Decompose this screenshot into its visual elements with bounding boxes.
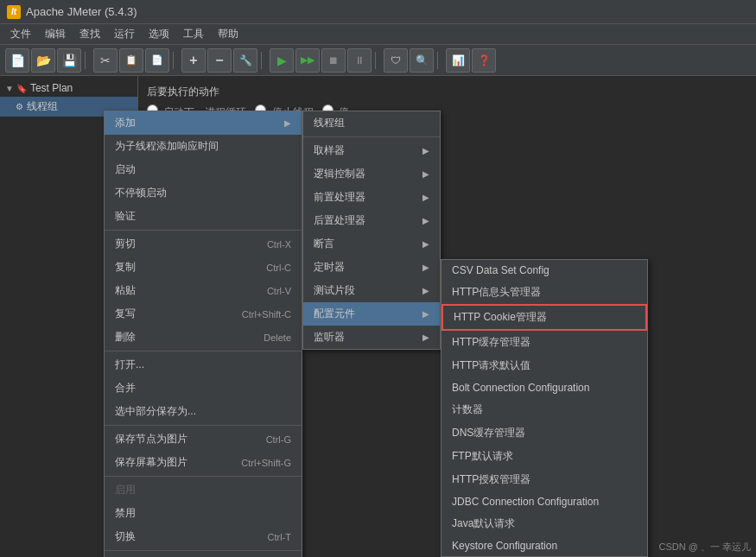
ctx-sep4 [105, 476, 302, 477]
ctx-add-test-fragment[interactable]: 测试片段 ▶ [303, 279, 440, 302]
ctx-add-assertion[interactable]: 断言 ▶ [303, 232, 440, 256]
ctx-add[interactable]: 添加 ▶ [105, 111, 302, 135]
ctx-cut[interactable]: 剪切 Ctrl-X [105, 232, 302, 256]
ctx-jdbc-connection[interactable]: JDBC Connection Configuration [442, 491, 647, 512]
ctx-sep1 [105, 230, 302, 231]
ctx-sep2 [105, 351, 302, 351]
ctx-add-config-element[interactable]: 配置元件 ▶ [303, 302, 440, 326]
toolbar-shutdown[interactable]: ⏸ [347, 48, 372, 73]
tree-item-testplan[interactable]: ▼ 🔖 Test Plan [0, 79, 137, 97]
ctx-add-post-processor[interactable]: 后置处理器 ▶ [303, 209, 440, 232]
title-bar: It Apache JMeter (5.4.3) [0, 0, 756, 24]
menu-tools[interactable]: 工具 [176, 25, 211, 43]
toolbar-open[interactable]: 📂 [31, 48, 55, 73]
ctx-add-sampler[interactable]: 取样器 ▶ [303, 139, 440, 162]
context-menu-config-element: CSV Data Set Config HTTP信息头管理器 HTTP Cook… [441, 259, 648, 557]
ctx-add-timer[interactable]: 定时器 ▶ [303, 256, 440, 279]
toolbar-cut[interactable]: ✂ [93, 48, 118, 73]
testplan-icon: 🔖 [16, 84, 27, 93]
toolbar-copy[interactable]: 📋 [119, 48, 143, 73]
threadgroup-icon: ⚙ [16, 102, 23, 111]
toolbar-sep5 [437, 52, 442, 69]
context-menu-add: 线程组 取样器 ▶ 逻辑控制器 ▶ 前置处理器 ▶ 后置处理器 ▶ 断言 ▶ 定… [302, 111, 441, 350]
ctx-http-header-manager[interactable]: HTTP信息头管理器 [442, 281, 647, 304]
toolbar-sep1 [85, 52, 90, 69]
toolbar-help[interactable]: ❓ [472, 48, 496, 73]
menu-edit[interactable]: 编辑 [38, 25, 73, 43]
ctx-sep3 [105, 425, 302, 426]
ctx-start-no-pause[interactable]: 不停顿启动 [105, 181, 302, 205]
ctx-add-pre-processor[interactable]: 前置处理器 ▶ [303, 186, 440, 209]
tree-arrow-testplan: ▼ [5, 84, 14, 93]
ctx-keystore-config[interactable]: Keystore Configuration [442, 535, 647, 556]
ctx-help[interactable]: 帮助 [105, 553, 302, 557]
ctx-http-cookie-manager[interactable]: HTTP Cookie管理器 [442, 304, 647, 331]
action-label: 后要执行的动作 [147, 85, 747, 99]
ctx-ftp-defaults[interactable]: FTP默认请求 [442, 445, 647, 468]
toolbar-search[interactable]: 🔍 [410, 48, 434, 73]
toolbar-save[interactable]: 💾 [57, 48, 81, 73]
ctx-http-auth-manager[interactable]: HTTP授权管理器 [442, 468, 647, 491]
toolbar-run[interactable]: ▶ [270, 48, 294, 73]
ctx-add-listener[interactable]: 监听器 ▶ [303, 326, 440, 349]
ctx-start[interactable]: 启动 [105, 158, 302, 181]
ctx-enable: 启用 [105, 478, 302, 502]
ctx-verify[interactable]: 验证 [105, 205, 302, 228]
ctx-sep5 [105, 550, 302, 551]
ctx-dns-cache[interactable]: DNS缓存管理器 [442, 421, 647, 445]
ctx-http-request-defaults[interactable]: HTTP请求默认值 [442, 354, 647, 377]
menu-options[interactable]: 选项 [142, 25, 176, 43]
ctx-save-screen-img[interactable]: 保存屏幕为图片 Ctrl+Shift-G [105, 451, 302, 474]
app-title: Apache JMeter (5.4.3) [26, 5, 137, 18]
toolbar-add[interactable]: + [181, 48, 206, 73]
ctx-java-defaults[interactable]: Java默认请求 [442, 512, 647, 535]
toolbar-table[interactable]: 📊 [446, 48, 470, 73]
ctx-open[interactable]: 打开... [105, 353, 302, 377]
menu-help[interactable]: 帮助 [211, 25, 245, 43]
toolbar-new[interactable]: 📄 [5, 48, 29, 73]
ctx-add-logic-controller[interactable]: 逻辑控制器 ▶ [303, 162, 440, 186]
menu-find[interactable]: 查找 [73, 25, 107, 43]
toolbar: 📄 📂 💾 ✂ 📋 📄 + − 🔧 ▶ ▶▶ ⏹ ⏸ 🛡 🔍 📊 ❓ [0, 45, 756, 76]
toolbar-sep2 [173, 52, 178, 69]
menu-file[interactable]: 文件 [3, 25, 38, 43]
toolbar-remove[interactable]: − [207, 48, 232, 73]
watermark: CSDN @ 、一 幸运儿 [658, 541, 751, 554]
app-icon: It [7, 5, 21, 19]
toolbar-settings[interactable]: 🔧 [233, 48, 257, 73]
ctx-copy[interactable]: 复制 Ctrl-C [105, 256, 302, 279]
ctx-duplicate[interactable]: 复写 Ctrl+Shift-C [105, 302, 302, 326]
ctx-add-response-time[interactable]: 为子线程添加响应时间 [105, 135, 302, 158]
ctx-http-cache-manager[interactable]: HTTP缓存管理器 [442, 331, 647, 354]
tree-label-testplan: Test Plan [30, 82, 73, 94]
ctx-csv-data-set[interactable]: CSV Data Set Config [442, 260, 647, 281]
toolbar-sep4 [375, 52, 380, 69]
ctx-delete[interactable]: 删除 Delete [105, 326, 302, 349]
toolbar-paste[interactable]: 📄 [145, 48, 169, 73]
toolbar-stop[interactable]: ⏹ [321, 48, 346, 73]
ctx-sub1-sep1 [303, 136, 440, 137]
toolbar-shield[interactable]: 🛡 [384, 48, 408, 73]
ctx-save-selected[interactable]: 选中部分保存为... [105, 400, 302, 423]
ctx-save-node-img[interactable]: 保存节点为图片 Ctrl-G [105, 427, 302, 451]
toolbar-sep3 [261, 52, 266, 69]
ctx-disable[interactable]: 禁用 [105, 502, 302, 525]
ctx-counter[interactable]: 计数器 [442, 398, 647, 421]
ctx-paste[interactable]: 粘贴 Ctrl-V [105, 279, 302, 302]
ctx-bolt-connection[interactable]: Bolt Connection Configuration [442, 377, 647, 398]
context-menu-main: 添加 ▶ 为子线程添加响应时间 启动 不停顿启动 验证 剪切 Ctrl-X 复制… [104, 111, 302, 557]
menu-run[interactable]: 运行 [107, 25, 142, 43]
tree-label-threadgroup: 线程组 [27, 99, 58, 114]
ctx-add-threadgroup[interactable]: 线程组 [303, 111, 440, 135]
menu-bar: 文件 编辑 查找 运行 选项 工具 帮助 [0, 24, 756, 45]
ctx-toggle[interactable]: 切换 Ctrl-T [105, 525, 302, 548]
ctx-merge[interactable]: 合并 [105, 377, 302, 400]
toolbar-run-no-pause[interactable]: ▶▶ [295, 48, 320, 73]
